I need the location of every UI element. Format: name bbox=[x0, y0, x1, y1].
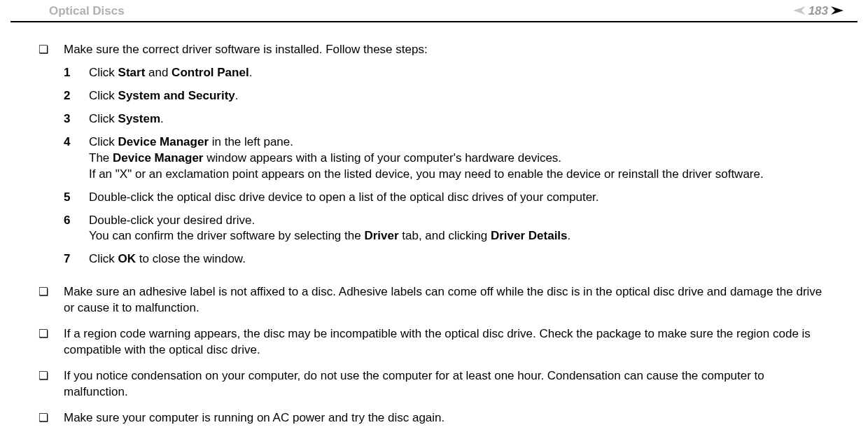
step-number: 1 bbox=[64, 65, 89, 81]
step-item: 7 Click OK to close the window. bbox=[64, 251, 830, 267]
step-number: 2 bbox=[64, 88, 89, 104]
bullet-marker-icon: ❏ bbox=[38, 326, 48, 358]
step-text: Click System and Security. bbox=[89, 88, 830, 104]
bullet-marker-icon: ❏ bbox=[38, 42, 48, 274]
bullet-text: Make sure an adhesive label is not affix… bbox=[64, 284, 830, 316]
step-item: 5 Double-click the optical disc drive de… bbox=[64, 190, 830, 206]
step-text: Double-click your desired drive.You can … bbox=[89, 213, 830, 245]
step-number: 4 bbox=[64, 134, 89, 183]
step-text: Click Start and Control Panel. bbox=[89, 65, 830, 81]
page-content: ❏ Make sure the correct driver software … bbox=[0, 22, 868, 426]
svg-marker-0 bbox=[793, 6, 806, 15]
step-text: Click System. bbox=[89, 111, 830, 127]
page-nav: 183 bbox=[793, 4, 844, 18]
bullet-item: ❏ If you notice condensation on your com… bbox=[38, 368, 830, 400]
step-number: 5 bbox=[64, 190, 89, 206]
step-text: Click OK to close the window. bbox=[89, 251, 830, 267]
bullet-text: If a region code warning appears, the di… bbox=[64, 326, 830, 358]
bullet-marker-icon: ❏ bbox=[38, 284, 48, 316]
step-item: 4 Click Device Manager in the left pane.… bbox=[64, 134, 830, 183]
step-number: 3 bbox=[64, 111, 89, 127]
steps-list: 1 Click Start and Control Panel. 2 Click… bbox=[64, 65, 830, 267]
step-item: 1 Click Start and Control Panel. bbox=[64, 65, 830, 81]
step-text: Double-click the optical disc drive devi… bbox=[89, 190, 830, 206]
step-item: 3 Click System. bbox=[64, 111, 830, 127]
page-header: Optical Discs 183 bbox=[10, 0, 858, 22]
page-number: 183 bbox=[808, 4, 828, 18]
step-item: 2 Click System and Security. bbox=[64, 88, 830, 104]
step-text: Click Device Manager in the left pane.Th… bbox=[89, 134, 830, 183]
step-item: 6 Double-click your desired drive.You ca… bbox=[64, 213, 830, 245]
bullet-item: ❏ Make sure the correct driver software … bbox=[38, 42, 830, 274]
bullet-text: Make sure your computer is running on AC… bbox=[64, 410, 830, 426]
bullet-item: ❏ Make sure an adhesive label is not aff… bbox=[38, 284, 830, 316]
step-number: 6 bbox=[64, 213, 89, 245]
nav-next-icon[interactable] bbox=[831, 5, 844, 18]
bullet-text: If you notice condensation on your compu… bbox=[64, 368, 830, 400]
nav-prev-icon[interactable] bbox=[793, 5, 806, 18]
bullet-item: ❏ Make sure your computer is running on … bbox=[38, 410, 830, 426]
svg-marker-1 bbox=[831, 6, 844, 15]
bullet-marker-icon: ❏ bbox=[38, 368, 48, 400]
bullet-item: ❏ If a region code warning appears, the … bbox=[38, 326, 830, 358]
bullet-marker-icon: ❏ bbox=[38, 410, 48, 426]
section-title: Optical Discs bbox=[49, 4, 125, 18]
step-number: 7 bbox=[64, 251, 89, 267]
bullet-intro: Make sure the correct driver software is… bbox=[64, 42, 830, 58]
